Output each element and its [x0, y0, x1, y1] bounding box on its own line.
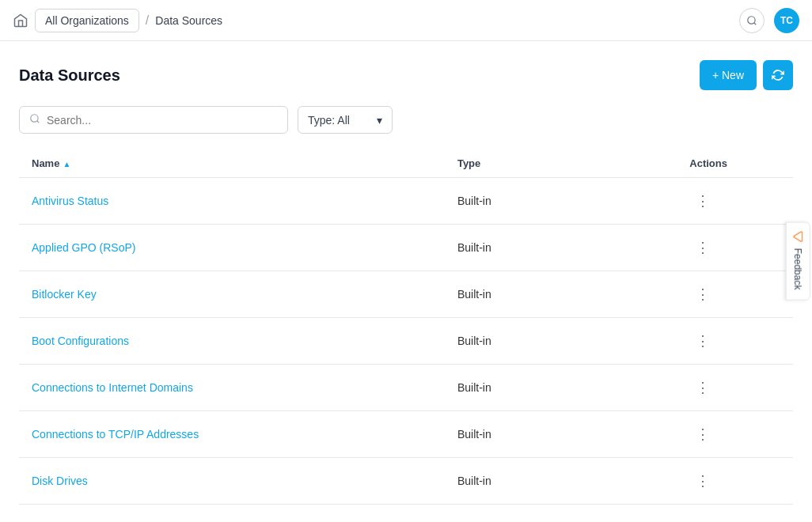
global-search-button[interactable] [739, 8, 765, 33]
row-type: Built-in [445, 318, 677, 365]
row-more-button[interactable]: ⋮ [689, 329, 716, 353]
header-actions: + New [700, 60, 793, 90]
nav-right-actions: TC [739, 8, 799, 33]
filters-bar: Type: All ▾ [19, 106, 793, 134]
row-name-link[interactable]: Boot Configurations [32, 335, 129, 347]
page-title: Data Sources [19, 66, 120, 85]
table-row: Applied GPO (RSoP)Built-in⋮ [19, 225, 793, 271]
column-header-type: Type [445, 149, 677, 178]
feedback-tab[interactable]: Feedback [786, 222, 810, 301]
table-row: Connections to Internet DomainsBuilt-in⋮ [19, 365, 793, 411]
svg-point-0 [748, 16, 755, 23]
search-container [19, 106, 288, 134]
row-more-button[interactable]: ⋮ [689, 376, 716, 399]
row-more-button[interactable]: ⋮ [689, 236, 716, 259]
feedback-label: Feedback [793, 248, 804, 290]
search-input[interactable] [47, 114, 278, 127]
row-more-button[interactable]: ⋮ [689, 282, 716, 306]
row-type: Built-in [445, 178, 677, 225]
row-more-button[interactable]: ⋮ [689, 189, 716, 213]
row-name-link[interactable]: Bitlocker Key [32, 288, 97, 301]
refresh-button[interactable] [763, 60, 793, 90]
table-row: Boot ConfigurationsBuilt-in⋮ [19, 318, 793, 365]
nav-separator: / [146, 13, 149, 28]
row-type: Built-in [445, 458, 677, 505]
row-name-link[interactable]: Antivirus Status [32, 195, 108, 207]
user-avatar[interactable]: TC [774, 8, 799, 33]
row-type: Built-in [445, 411, 677, 458]
top-navigation: All Organizations / Data Sources TC [0, 0, 812, 41]
table-body: Antivirus StatusBuilt-in⋮Applied GPO (RS… [19, 178, 793, 505]
chevron-down-icon: ▾ [377, 114, 382, 127]
svg-point-1 [31, 115, 38, 122]
table-row: Connections to TCP/IP AddressesBuilt-in⋮ [19, 411, 793, 458]
column-header-name[interactable]: Name▲ [19, 149, 445, 178]
table-row: Disk DrivesBuilt-in⋮ [19, 458, 793, 505]
home-icon[interactable] [13, 13, 28, 28]
column-header-actions: Actions [677, 149, 793, 178]
main-content: Data Sources + New Type: Al [0, 41, 812, 522]
search-icon [29, 113, 40, 127]
type-filter[interactable]: Type: All ▾ [298, 106, 393, 134]
page-header: Data Sources + New [19, 60, 793, 90]
row-name-link[interactable]: Connections to Internet Domains [32, 381, 193, 394]
new-button[interactable]: + New [700, 60, 757, 90]
row-type: Built-in [445, 225, 677, 271]
row-name-link[interactable]: Disk Drives [32, 475, 88, 487]
row-name-link[interactable]: Connections to TCP/IP Addresses [32, 428, 199, 441]
table-row: Bitlocker KeyBuilt-in⋮ [19, 271, 793, 318]
table-header: Name▲ Type Actions [19, 149, 793, 178]
feedback-icon [793, 231, 804, 244]
row-type: Built-in [445, 271, 677, 318]
row-more-button[interactable]: ⋮ [689, 469, 716, 493]
row-more-button[interactable]: ⋮ [689, 422, 716, 446]
row-name-link[interactable]: Applied GPO (RSoP) [32, 241, 136, 254]
table-scroll-container[interactable]: Name▲ Type Actions Antivirus StatusBuilt… [19, 149, 793, 505]
row-type: Built-in [445, 365, 677, 411]
data-sources-table: Name▲ Type Actions Antivirus StatusBuilt… [19, 149, 793, 505]
table-row: Antivirus StatusBuilt-in⋮ [19, 178, 793, 225]
nav-page-title: Data Sources [155, 14, 222, 27]
sort-indicator: ▲ [63, 160, 70, 168]
org-selector[interactable]: All Organizations [35, 9, 139, 32]
type-filter-label: Type: All [308, 114, 350, 127]
